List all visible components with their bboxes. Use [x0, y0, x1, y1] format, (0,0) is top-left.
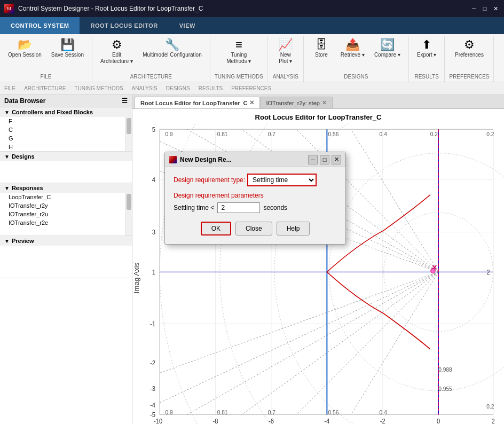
tab-control-system[interactable]: CONTROL SYSTEM	[0, 17, 80, 34]
dialog-minimize-button[interactable]: ─	[308, 155, 318, 164]
list-item-F[interactable]: F	[0, 117, 125, 125]
tuning-label: TuningMethods ▾	[226, 52, 251, 65]
save-session-label: Save Session	[51, 52, 84, 58]
close-dialog-button[interactable]: Close	[235, 222, 272, 235]
controllers-scrollbar-thumb	[127, 118, 131, 134]
response-iotransfer-r2u[interactable]: IOTransfer_r2u	[0, 210, 125, 218]
tuning-methods-button[interactable]: ≡ TuningMethods ▾	[223, 36, 255, 67]
dialog-title: New Design Re...	[180, 156, 232, 163]
designs-section-header[interactable]: ▼ Designs	[0, 152, 132, 161]
responses-section-header[interactable]: ▼ Responses	[0, 183, 132, 193]
title-bar-controls[interactable]: ─ □ ✕	[470, 4, 500, 13]
responses-scrollbar[interactable]	[125, 193, 132, 235]
preferences-button[interactable]: ⚙ Preferences	[451, 36, 487, 61]
list-item-H[interactable]: H	[0, 143, 125, 151]
svg-text:-10: -10	[154, 418, 163, 424]
design-req-type-label: Design requirement type:	[174, 176, 245, 184]
designs-list	[0, 161, 132, 183]
store-icon: 🗄	[316, 39, 327, 51]
analysis-group-label: ANALYSIS	[273, 73, 298, 82]
svg-text:Imag Axis: Imag Axis	[133, 262, 140, 293]
export-button[interactable]: ⬆ Export ▾	[413, 36, 440, 61]
minimize-button[interactable]: ─	[470, 4, 478, 13]
controllers-section-header[interactable]: ▼ Controllers and Fixed Blocks	[0, 107, 132, 117]
compare-button[interactable]: 🔄 Compare ▾	[371, 36, 404, 61]
help-button[interactable]: Help	[277, 222, 310, 235]
list-item-C[interactable]: C	[0, 125, 125, 134]
architecture-section-label: ARCHITECTURE	[24, 85, 66, 91]
prefs-section-label: PREFERENCES	[231, 85, 271, 91]
doc-tab-root-locus-close[interactable]: ✕	[249, 99, 254, 106]
svg-text:0.56: 0.56	[328, 131, 338, 137]
results-group-label: RESULTS	[414, 73, 438, 82]
svg-text:0.56: 0.56	[328, 409, 338, 415]
svg-text:0.2: 0.2	[486, 403, 494, 410]
doc-tab-iotransfer-label: IOTransfer_r2y: step	[266, 100, 319, 106]
svg-text:-1: -1	[150, 320, 155, 327]
edit-architecture-button[interactable]: ⚙ EditArchitecture ▾	[97, 36, 137, 67]
svg-point-36	[431, 269, 435, 273]
ribbon-designs-items: 🗄 Store 📤 Retrieve ▾ 🔄 Compare ▾	[308, 36, 404, 73]
designs-section-label: DESIGNS	[166, 85, 190, 91]
sidebar: Data Browser ☰ ▼ Controllers and Fixed B…	[0, 95, 132, 424]
tuning-icon: ≡	[235, 39, 242, 51]
designs-arrow: ▼	[4, 154, 10, 160]
response-iotransfer-r2y[interactable]: IOTransfer_r2y	[0, 201, 125, 210]
ribbon-arch-items: ⚙ EditArchitecture ▾ 🔧 Multimodel Config…	[97, 36, 206, 73]
response-iotransfer-r2e[interactable]: IOTransfer_r2e	[0, 218, 125, 227]
preview-section-header[interactable]: ▼ Preview	[0, 236, 132, 246]
dialog-maximize-button[interactable]: □	[320, 155, 329, 164]
settling-time-row: Settling time < seconds	[174, 202, 337, 213]
ribbon-prefs-items: ⚙ Preferences	[451, 36, 487, 73]
content-area: Root Locus Editor for LoopTransfer_C ✕ I…	[132, 95, 504, 424]
svg-text:0.955: 0.955	[438, 386, 452, 392]
settling-time-unit: seconds	[263, 204, 287, 211]
open-session-button[interactable]: 📂 Open Session	[4, 36, 45, 61]
preferences-group-label: PREFERENCES	[449, 73, 489, 82]
new-plot-icon: 📈	[278, 39, 293, 51]
matlab-logo: M	[4, 4, 14, 13]
doc-tab-root-locus[interactable]: Root Locus Editor for LoopTransfer_C ✕	[135, 97, 260, 108]
svg-text:0.4: 0.4	[380, 131, 387, 137]
preview-section: ▼ Preview	[0, 236, 132, 278]
controllers-section: ▼ Controllers and Fixed Blocks F C G H	[0, 107, 132, 152]
tuning-group-label: TUNING METHODS	[215, 73, 263, 82]
doc-tab-iotransfer[interactable]: IOTransfer_r2y: step ✕	[260, 97, 332, 108]
ok-button[interactable]: OK	[201, 222, 231, 235]
list-item-G[interactable]: G	[0, 134, 125, 143]
save-session-button[interactable]: 💾 Save Session	[48, 36, 88, 61]
multimodel-configuration-button[interactable]: 🔧 Multimodel Configuration	[139, 36, 206, 61]
retrieve-label: Retrieve ▾	[341, 52, 365, 58]
svg-text:-4: -4	[150, 402, 155, 409]
close-button[interactable]: ✕	[491, 4, 500, 13]
design-req-params-label: Design requirement parameters	[174, 192, 337, 199]
design-req-type-select[interactable]: Settling time Rise time Overshoot	[247, 174, 317, 186]
store-button[interactable]: 🗄 Store	[308, 36, 335, 61]
preview-label: Preview	[12, 238, 34, 244]
controllers-label: Controllers and Fixed Blocks	[12, 109, 93, 115]
doc-tabs: Root Locus Editor for LoopTransfer_C ✕ I…	[132, 95, 504, 109]
title-bar-title: Control System Designer - Root Locus Edi…	[18, 5, 203, 12]
results-section-label: RESULTS	[199, 85, 223, 91]
retrieve-button[interactable]: 📤 Retrieve ▾	[337, 36, 368, 61]
tab-view[interactable]: VIEW	[169, 17, 206, 34]
svg-text:-3: -3	[150, 384, 155, 392]
sidebar-menu-icon[interactable]: ☰	[122, 97, 128, 105]
response-looptransfer[interactable]: LoopTransfer_C	[0, 193, 125, 201]
svg-text:-5: -5	[150, 411, 155, 418]
controllers-scrollbar[interactable]	[125, 117, 132, 151]
dialog-close-button[interactable]: ✕	[332, 155, 341, 164]
edit-architecture-icon: ⚙	[112, 39, 122, 51]
ribbon-group-analysis: 📈 NewPlot ▾ ANALYSIS	[268, 36, 304, 82]
new-plot-button[interactable]: 📈 NewPlot ▾	[272, 36, 299, 67]
settling-time-input[interactable]	[217, 202, 260, 213]
ribbon-bottom: FILE ARCHITECTURE TUNING METHODS ANALYSI…	[0, 82, 504, 95]
dialog-titlebar-left: New Design Re...	[169, 156, 232, 163]
sidebar-header: Data Browser ☰	[0, 95, 132, 107]
plot-title: Root Locus Editor for LoopTransfer_C	[132, 109, 504, 123]
tab-root-locus-editor[interactable]: ROOT LOCUS EDITOR	[80, 17, 168, 34]
maximize-button[interactable]: □	[481, 4, 489, 13]
doc-tab-iotransfer-close[interactable]: ✕	[322, 99, 327, 106]
designs-section: ▼ Designs	[0, 152, 132, 183]
new-design-dialog: New Design Re... ─ □ ✕ Design requiremen…	[164, 152, 346, 245]
